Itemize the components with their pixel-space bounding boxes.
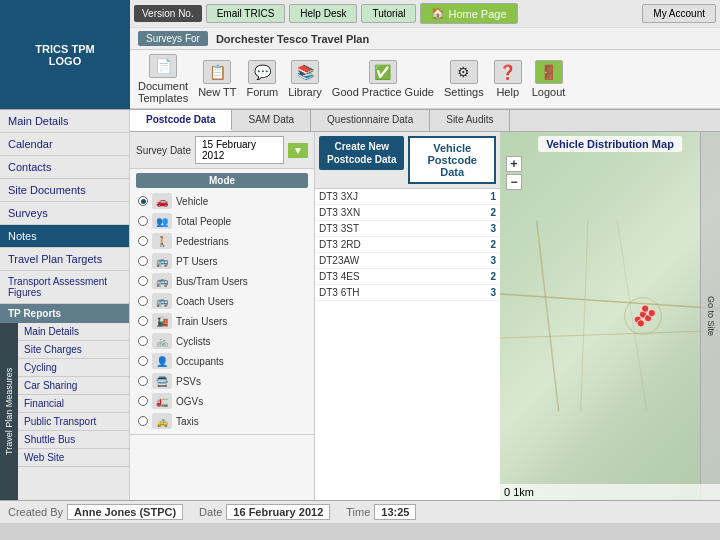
good-practice-guide-label: Good Practice Guide bbox=[332, 86, 434, 98]
mode-item-bus-tram-users[interactable]: 🚌 Bus/Tram Users bbox=[136, 272, 308, 290]
mode-radio-coach[interactable] bbox=[138, 296, 148, 306]
postcode-cell: DT3 3ST bbox=[315, 221, 460, 237]
mode-radio-pedestrians[interactable] bbox=[138, 236, 148, 246]
mode-list: 🚗 Vehicle 👥 Total People 🚶 Pedestrians bbox=[136, 192, 308, 430]
mode-item-train-users[interactable]: 🚂 Train Users bbox=[136, 312, 308, 330]
svg-line-1 bbox=[537, 221, 559, 412]
new-tt-icon-btn[interactable]: 📋 New TT bbox=[198, 60, 236, 98]
tp-item-car-sharing[interactable]: Car Sharing bbox=[18, 377, 129, 395]
sidebar-item-travel-plan-targets[interactable]: Travel Plan Targets bbox=[0, 248, 129, 271]
footer-date-value: 16 February 2012 bbox=[226, 504, 330, 520]
tp-item-shuttle-bus[interactable]: Shuttle Bus bbox=[18, 431, 129, 449]
mode-radio-total-people[interactable] bbox=[138, 216, 148, 226]
document-templates-label: DocumentTemplates bbox=[138, 80, 188, 104]
mode-item-cyclists[interactable]: 🚲 Cyclists bbox=[136, 332, 308, 350]
mode-item-occupants[interactable]: 👤 Occupants bbox=[136, 352, 308, 370]
mode-label-vehicle: Vehicle bbox=[176, 196, 208, 207]
postcode-cell: DT23AW bbox=[315, 253, 460, 269]
footer-created-by: Created By Anne Jones (STPC) bbox=[8, 504, 183, 520]
mode-item-coach-users[interactable]: 🚌 Coach Users bbox=[136, 292, 308, 310]
sidebar-item-contacts[interactable]: Contacts bbox=[0, 156, 129, 179]
sidebar-item-surveys[interactable]: Surveys bbox=[0, 202, 129, 225]
mode-radio-cyclists[interactable] bbox=[138, 336, 148, 346]
good-practice-guide-icon-btn[interactable]: ✅ Good Practice Guide bbox=[332, 60, 434, 98]
footer-date: Date 16 February 2012 bbox=[199, 504, 330, 520]
postcode-value-cell: 2 bbox=[460, 205, 500, 221]
document-templates-icon-btn[interactable]: 📄 DocumentTemplates bbox=[138, 54, 188, 104]
tab-postcode-data[interactable]: Postcode Data bbox=[130, 110, 232, 131]
sidebar-item-main-details[interactable]: Main Details bbox=[0, 110, 129, 133]
map-zoom-out-button[interactable]: − bbox=[506, 174, 522, 190]
tp-reports-header[interactable]: TP Reports bbox=[0, 304, 129, 323]
header-row: TRICS TPMLOGO Version No. Email TRICS He… bbox=[0, 0, 720, 110]
coach-mode-icon: 🚌 bbox=[152, 293, 172, 309]
header-main: Version No. Email TRICS Help Desk Tutori… bbox=[130, 0, 720, 109]
mode-item-psvs[interactable]: 🚍 PSVs bbox=[136, 372, 308, 390]
help-desk-button[interactable]: Help Desk bbox=[289, 4, 357, 23]
survey-date-row: Survey Date 15 February 2012 ▼ bbox=[130, 132, 314, 169]
mode-item-vehicle[interactable]: 🚗 Vehicle bbox=[136, 192, 308, 210]
ogvs-mode-icon: 🚛 bbox=[152, 393, 172, 409]
mode-radio-taxis[interactable] bbox=[138, 416, 148, 426]
table-row: DT3 3XJ1 bbox=[315, 189, 500, 205]
tab-sam-data[interactable]: SAM Data bbox=[232, 110, 311, 131]
train-mode-icon: 🚂 bbox=[152, 313, 172, 329]
good-practice-guide-icon: ✅ bbox=[369, 60, 397, 84]
survey-date-dropdown[interactable]: ▼ bbox=[288, 143, 308, 158]
tab-questionnaire-data[interactable]: Questionnaire Data bbox=[311, 110, 430, 131]
mode-radio-ogvs[interactable] bbox=[138, 396, 148, 406]
forum-icon-btn[interactable]: 💬 Forum bbox=[246, 60, 278, 98]
email-trics-button[interactable]: Email TRICS bbox=[206, 4, 286, 23]
mode-label-occupants: Occupants bbox=[176, 356, 224, 367]
mode-radio-vehicle[interactable] bbox=[138, 196, 148, 206]
forum-label: Forum bbox=[246, 86, 278, 98]
tp-item-site-charges[interactable]: Site Charges bbox=[18, 341, 129, 359]
mode-label-pt-users: PT Users bbox=[176, 256, 218, 267]
map-controls: + − bbox=[506, 156, 522, 190]
tp-item-cycling[interactable]: Cycling bbox=[18, 359, 129, 377]
map-zoom-in-button[interactable]: + bbox=[506, 156, 522, 172]
mode-item-ogvs[interactable]: 🚛 OGVs bbox=[136, 392, 308, 410]
map-side-label[interactable]: Go to Site bbox=[700, 132, 720, 500]
sidebar-item-transport-assessment[interactable]: Transport Assessment Figures bbox=[0, 271, 129, 304]
footer-bar: Created By Anne Jones (STPC) Date 16 Feb… bbox=[0, 500, 720, 523]
mode-item-pt-users[interactable]: 🚌 PT Users bbox=[136, 252, 308, 270]
map-roads bbox=[500, 132, 720, 500]
postcode-data-table: DT3 3XJ1DT3 3XN2DT3 3ST3DT3 2RD2DT23AW3D… bbox=[315, 189, 500, 500]
mode-item-pedestrians[interactable]: 🚶 Pedestrians bbox=[136, 232, 308, 250]
mode-radio-psvs[interactable] bbox=[138, 376, 148, 386]
created-by-label: Created By bbox=[8, 506, 63, 518]
mode-radio-pt-users[interactable] bbox=[138, 256, 148, 266]
svg-point-10 bbox=[648, 309, 655, 316]
mode-item-taxis[interactable]: 🚕 Taxis bbox=[136, 412, 308, 430]
tp-item-financial[interactable]: Financial bbox=[18, 395, 129, 413]
total-people-mode-icon: 👥 bbox=[152, 213, 172, 229]
tp-item-web-site[interactable]: Web Site bbox=[18, 449, 129, 467]
sidebar-item-calendar[interactable]: Calendar bbox=[0, 133, 129, 156]
create-new-postcode-button[interactable]: Create NewPostcode Data bbox=[319, 136, 404, 170]
tp-item-public-transport[interactable]: Public Transport bbox=[18, 413, 129, 431]
vehicle-postcode-box: VehiclePostcode Data bbox=[408, 136, 496, 184]
tab-site-audits[interactable]: Site Audits bbox=[430, 110, 510, 131]
library-icon-btn[interactable]: 📚 Library bbox=[288, 60, 322, 98]
mode-radio-bus-tram[interactable] bbox=[138, 276, 148, 286]
sidebar-item-notes[interactable]: Notes bbox=[0, 225, 129, 248]
footer-time: Time 13:25 bbox=[346, 504, 416, 520]
help-icon-btn[interactable]: ❓ Help bbox=[494, 60, 522, 98]
tp-item-main-details[interactable]: Main Details bbox=[18, 323, 129, 341]
map-title: Vehicle Distribution Map bbox=[538, 136, 682, 152]
settings-icon-btn[interactable]: ⚙ Settings bbox=[444, 60, 484, 98]
sidebar-item-site-documents[interactable]: Site Documents bbox=[0, 179, 129, 202]
bus-tram-mode-icon: 🚌 bbox=[152, 273, 172, 289]
tutorial-button[interactable]: Tutorial bbox=[361, 4, 416, 23]
mode-label-bus-tram: Bus/Tram Users bbox=[176, 276, 248, 287]
cyclists-mode-icon: 🚲 bbox=[152, 333, 172, 349]
logout-icon-btn[interactable]: 🚪 Logout bbox=[532, 60, 566, 98]
vehicle-mode-icon: 🚗 bbox=[152, 193, 172, 209]
my-account-button[interactable]: My Account bbox=[642, 4, 716, 23]
logout-label: Logout bbox=[532, 86, 566, 98]
mode-radio-occupants[interactable] bbox=[138, 356, 148, 366]
mode-radio-train[interactable] bbox=[138, 316, 148, 326]
home-page-button[interactable]: 🏠 Home Page bbox=[420, 3, 517, 24]
mode-item-total-people[interactable]: 👥 Total People bbox=[136, 212, 308, 230]
